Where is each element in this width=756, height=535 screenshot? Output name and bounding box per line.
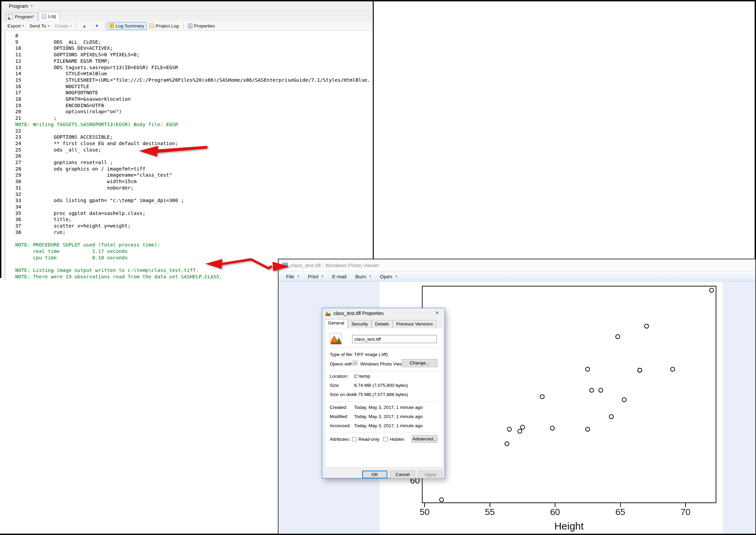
tab-log[interactable]: Log — [39, 12, 60, 21]
scatter-point — [439, 497, 444, 502]
x-axis-tick-label: 60 — [542, 507, 569, 517]
log-code-line: 18 GPATH=&sasworklocation — [15, 96, 374, 102]
log-code-line: 11 GOPTIONS XPIXELS=0 YPIXELS=0; — [15, 52, 374, 58]
dialog-tab-strip: GeneralSecurityDetailsPrevious Versions — [325, 319, 436, 328]
log-code-line — [15, 236, 374, 242]
size-value: 6.74 MB (7,075,800 bytes) — [354, 383, 408, 388]
scatter-point — [540, 394, 545, 399]
log-code-line: 29 imagename="class_test" — [15, 172, 374, 178]
hidden-checkbox[interactable] — [383, 437, 388, 441]
photo-viewer-title: class_test.tiff - Windows Photo Viewer — [290, 262, 379, 269]
red-arrow-line25 — [134, 142, 212, 159]
menu-print[interactable]: Print▾ — [308, 274, 323, 279]
log-code-line: 10 OPTIONS DEV=ACTIVEX; — [15, 45, 374, 52]
toolbar-separator — [183, 23, 184, 29]
filename-input[interactable] — [352, 335, 437, 343]
ok-button[interactable]: OK — [362, 471, 387, 478]
scatter-point — [644, 324, 649, 329]
log-code-line: 34 — [15, 204, 374, 210]
read-only-label: Read-only — [359, 437, 380, 442]
log-code-line: 32 — [15, 191, 374, 198]
read-only-checkbox[interactable] — [352, 437, 356, 441]
red-arrow-note-to-viewer — [201, 255, 292, 274]
x-axis-title: Height — [515, 520, 623, 532]
log-code-line: 13 ODS tagsets.sasreport13(ID=EGSR) FILE… — [15, 64, 374, 71]
properties-button[interactable]: Properties — [185, 22, 218, 30]
menu-file[interactable]: File▾ — [286, 274, 299, 279]
toolbar-separator — [76, 23, 76, 29]
menu-burn[interactable]: Burn▾ — [355, 274, 371, 279]
dialog-titlebar[interactable]: class_test.tiff Properties × — [322, 308, 445, 318]
menu-open[interactable]: Open▾ — [380, 274, 397, 279]
log-summary-button[interactable]: !Log Summary — [107, 22, 147, 30]
cancel-button[interactable]: Cancel — [390, 471, 415, 478]
move-up-button[interactable]: ▲ — [78, 22, 90, 30]
scatter-point — [615, 334, 620, 339]
tab-label: Program* — [15, 14, 34, 19]
menu-label: File — [286, 274, 294, 279]
chevron-down-icon: ▾ — [298, 275, 299, 278]
tiff-file-icon-large — [330, 333, 342, 345]
scatter-point — [670, 367, 675, 372]
separator — [330, 433, 438, 433]
created-label: Created: — [330, 405, 347, 410]
apply-button[interactable]: Apply — [418, 471, 443, 478]
menu-label: E-mail — [332, 274, 347, 279]
menu-label: Print — [308, 274, 319, 279]
chevron-down-icon: ▾ — [322, 275, 324, 278]
scatter-point — [622, 397, 627, 402]
dialog-tab-details[interactable]: Details — [372, 320, 392, 328]
log-code-line: 12 FILENAME EGSR TEMP; — [15, 58, 374, 64]
modified-value: Today, May 3, 2017, 1 minute ago — [354, 414, 423, 419]
menu-label: Burn — [355, 274, 366, 279]
logsum-icon: ! — [109, 23, 114, 28]
accessed-value: Today, May 3, 2017, 1 minute ago — [354, 423, 423, 428]
created-value: Today, May 3, 2017, 1 minute ago — [354, 405, 423, 410]
tab-program[interactable]: Program* — [5, 13, 38, 21]
size-on-disk-label: Size on disk: — [330, 392, 356, 397]
dialog-tab-security[interactable]: Security — [348, 320, 371, 328]
toolbar-label: Send To — [29, 23, 46, 28]
location-label: Location: — [330, 374, 348, 379]
toolbar-label: Create — [55, 23, 68, 28]
advanced-button[interactable]: Advanced... — [412, 435, 437, 443]
separator — [330, 401, 438, 402]
dialog-tab-general[interactable]: General — [325, 319, 348, 328]
photo-viewer-menubar: File▾Print▾E-mailBurn▾Open▾ — [279, 272, 755, 282]
export-button[interactable]: Export▾ — [5, 22, 27, 30]
scatter-point — [520, 425, 525, 430]
projlog-icon — [149, 23, 154, 28]
hidden-label: Hidden — [390, 437, 404, 442]
scatter-point — [550, 426, 555, 431]
eg-pane-header[interactable]: Program ▾ — [1, 1, 373, 11]
menu-e-mail[interactable]: E-mail — [332, 274, 347, 279]
log-code-line: 30 width=15cm — [15, 178, 374, 185]
photo-viewer-app-icon — [352, 360, 358, 366]
toolbar-label: Export — [7, 23, 21, 28]
log-code-line: 27 goptions reset=all ; — [15, 159, 374, 166]
dialog-tab-previous-versions[interactable]: Previous Versions — [393, 320, 436, 328]
scatter-point — [609, 414, 614, 419]
change-button[interactable]: Change... — [402, 359, 437, 367]
send-to-button[interactable]: Send To▾ — [27, 22, 52, 30]
move-down-icon: ▼ — [93, 23, 100, 28]
dialog-title: class_test.tiff Properties — [333, 311, 384, 316]
toolbar-label: Project Log — [156, 23, 179, 28]
scatter-point — [598, 388, 603, 393]
log-code-line: 15 STYLESHEET=(URL="file:///C:/Program%2… — [15, 77, 374, 83]
move-up-icon: ▲ — [81, 23, 88, 28]
toolbar-label: Log Summary — [116, 23, 144, 28]
x-axis-tick-label: 70 — [672, 507, 699, 517]
log-note-line: real time 1.17 seconds — [15, 248, 374, 255]
separator — [330, 347, 438, 348]
close-icon[interactable]: × — [430, 308, 444, 318]
project-log-button[interactable]: Project Log — [147, 22, 181, 30]
log-code-line: 38 run; — [15, 229, 374, 236]
create-button[interactable]: Create▾ — [52, 22, 74, 30]
log-code-line: 31 noborder; — [15, 185, 374, 191]
screenshot-canvas: Program ▾ Program*Log Export▾Send To▾Cre… — [0, 0, 756, 535]
log-code-line: 33 ods listing gpath= "c:\temp" image_dp… — [15, 197, 374, 204]
move-down-button[interactable]: ▼ — [90, 22, 103, 30]
photo-viewer-titlebar[interactable]: class_test.tiff - Windows Photo Viewer — [279, 259, 755, 272]
eg-pane-right-border — [373, 1, 374, 260]
